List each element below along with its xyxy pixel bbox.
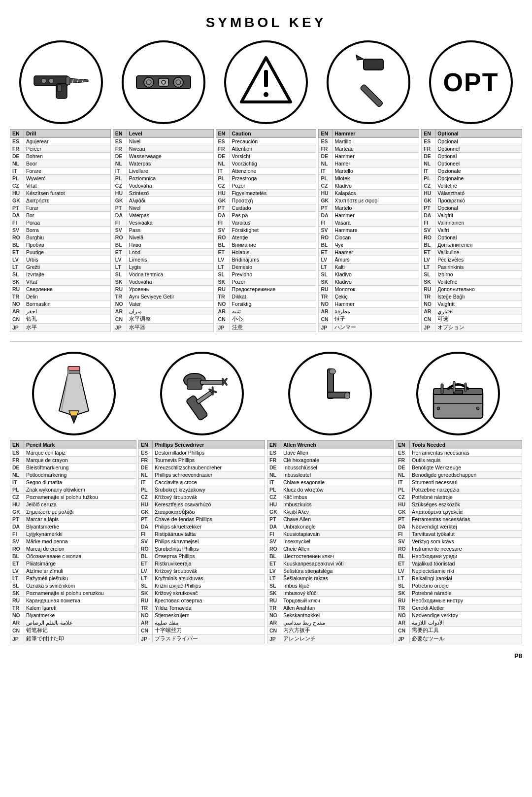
table-row: NLInbussleutel [267,471,394,479]
translation-cell: Clé hexagonale [281,457,394,464]
translation-cell: Boor [24,160,111,167]
svg-marker-39 [329,369,336,374]
translation-cell: Imbuszkulcs [281,501,394,508]
table-row: GKΣταυροκατσάβιδο [139,508,265,516]
symbol-table: ENTools NeededESHerramientas necesariasF… [396,440,522,643]
table-row: SVMärke med penna [10,538,136,545]
table-row: PLOpcjonalne [422,175,522,182]
table-row: TRKalem İşareti [10,604,136,612]
translation-cell: Kalem İşareti [24,604,136,612]
lang-code-cell: ES [267,449,281,457]
table-row: PTNivel [113,204,213,212]
table-row: SKVŕtať [10,278,111,286]
table-row: FRTournevis Phillips [139,457,265,464]
translation-cell: Znak wykonany ołówkiem [24,486,136,494]
table-row: CN水平调整 [113,315,213,324]
translation-cell: Blyantmerke [24,612,136,619]
translation-cell: Сверление [24,286,111,293]
table-row: FROptionnel [422,145,522,153]
lang-code-cell: RO [10,234,24,241]
translation-cell: Križni izvijač Phillips [153,582,265,590]
lang-code-cell: LV [113,256,127,264]
table-row: GKΧτυπήστε με σφυρί [319,197,419,204]
lang-code-cell: LV [10,567,24,575]
lang-code-cell: SK [113,278,127,286]
table-row: DEVorsicht [216,153,316,160]
translation-cell: Valgfritt [435,300,522,308]
table-row: LVKrížový šroubovák [139,567,265,575]
lang-code-cell: NL [113,160,127,167]
table-row: TRDikkat [216,293,316,300]
translation-cell: Līmenis [127,256,213,264]
translation-cell: Verktyg som krävs [410,538,522,545]
page-title: SYMBOL KEY [10,15,522,31]
allen-wrench-symbol [288,352,372,435]
translation-cell: Ниво [127,241,213,249]
lang-code-cell: JP [396,635,410,643]
lang-code-cell: TR [396,604,410,612]
translation-cell: Пробив [24,241,111,249]
lang-code-cell: FI [422,219,435,227]
translation-cell: Forsiktig [230,300,316,308]
translation-cell: Kladivo [332,182,419,190]
table-row: BLПробив [10,241,111,249]
translation-cell: Philips skruvmejsel [153,538,265,545]
lang-code-cell: FI [10,531,24,538]
translation-cell: Допълнителен [435,241,522,249]
translation-cell: Hammare [332,227,419,234]
table-row: BLВнимание [216,241,316,249]
translation-cell: Martelo [332,204,419,212]
table-row: JPハンマー [319,324,419,332]
table-row: LTŠešiakampis raktas [267,575,394,582]
lang-code-cell: RO [139,545,153,553]
translation-cell: Карандашная пометка [24,597,136,604]
svg-rect-20 [360,84,383,107]
translation-cell: Valfri [435,227,522,234]
table-row: SVBorra [10,227,111,234]
lang-code-cell: PL [139,486,153,494]
svg-rect-21 [364,59,383,70]
table-row: DAPas på [216,212,316,219]
lang-code-cell: FI [113,219,127,227]
translation-cell: Livellare [127,167,213,175]
translation-cell: アレンレンチ [281,635,394,643]
table-row: RUСверление [10,286,111,293]
lang-code-cell: PT [267,516,281,523]
lang-code-cell: CZ [319,182,332,190]
table-row: LVNepieciešamie rīki [396,567,522,575]
table-row: TRAynı Seviyeye Getir [113,293,213,300]
translation-cell: Jelölő ceruza [24,501,136,508]
table-row: DEWasserwaage [113,153,213,160]
translation-cell: Hammer [332,300,419,308]
lang-code-cell: NL [422,160,435,167]
translation-cell: Opcjonalne [435,175,522,182]
translation-cell: Предостережение [230,286,316,293]
lang-code-cell: JP [113,324,127,332]
lang-code-cell: LV [139,567,153,575]
lang-code-cell: LT [10,264,24,271]
translation-cell: Tournevis Phillips [153,457,265,464]
table-row: LTGrežti [10,264,111,271]
translation-cell: Dikkat [230,293,316,300]
table-row: DEBenötigte Werkzeuge [396,464,522,471]
translation-cell: Āmurs [332,256,419,264]
table-row: ARاختياري [422,308,522,315]
translation-cell: Attention [230,145,316,153]
translation-cell: Agujerear [24,138,111,145]
table-row: ESHerramientas necesarias [396,449,522,457]
lang-code-cell: DE [216,153,230,160]
translation-cell: Чук [332,241,419,249]
translation-cell: Διατρήστε [24,197,111,204]
lang-code-cell: IT [10,167,24,175]
table-row: HUFigyelmeztetés [216,190,316,197]
translation-cell: 水平调整 [127,315,213,324]
lang-code-cell: AR [422,308,435,315]
translation-cell: Gerekli Aletler [410,604,522,612]
lang-code-cell: DE [319,153,332,160]
translation-cell: Lygis [127,264,213,271]
table-row: ITSegno di matita [10,479,136,486]
table-row: ROCheie Allen [267,545,394,553]
translation-cell: Bormaskin [24,300,111,308]
lang-code-cell: TR [10,293,24,300]
lang-code-cell: SK [319,278,332,286]
